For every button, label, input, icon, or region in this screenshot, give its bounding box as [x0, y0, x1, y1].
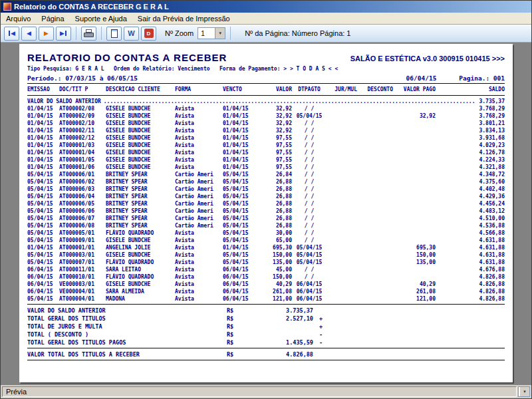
column-header: DESCONTO [357, 86, 393, 94]
pdf-export-icon: D [144, 29, 154, 38]
table-cell: 05/04/15 [27, 178, 59, 186]
column-header: VENCTO [223, 86, 257, 94]
table-cell: / / [292, 142, 327, 149]
table-cell [327, 273, 357, 281]
table-cell: Cartão Ameri [175, 193, 223, 200]
table-cell: 26,84 [257, 171, 292, 178]
table-cell: 695,30 [257, 244, 292, 251]
zoom-value: 1 [198, 30, 215, 37]
table-cell: FLÁVIO QUADRADO [106, 229, 175, 237]
table-cell: 4.510,00 [436, 215, 505, 222]
table-cell [327, 105, 357, 112]
table-cell: Avista [175, 149, 223, 156]
table-cell: 97,55 [257, 156, 292, 164]
table-cell: Cartão Ameri [175, 207, 223, 215]
table-cell: AT000006/01 [59, 171, 106, 178]
nav-last-button[interactable]: ▶ [56, 27, 71, 41]
table-cell: 05/04/15 [292, 259, 327, 266]
divider [27, 95, 505, 96]
total-cur: R$ [227, 323, 257, 331]
total-sign: - [313, 338, 323, 346]
page-preview-button[interactable] [106, 27, 122, 41]
menu-item-arquivo[interactable]: Arquivo [1, 14, 36, 23]
total-label: TOTAL GERAL DOS TITULOS [27, 315, 227, 323]
table-cell [393, 156, 436, 164]
table-cell: 135,00 [257, 259, 292, 266]
table-cell [327, 281, 357, 288]
table-cell: 01/04/15 [223, 156, 257, 164]
word-export-button[interactable]: W [124, 27, 139, 41]
table-cell: GISELE BUNDCHE [106, 237, 175, 244]
report-title: RELATORIO DO CONTAS A RECEBER [27, 52, 227, 63]
table-cell [393, 171, 436, 178]
table-cell: AT000007/01 [59, 259, 106, 266]
table-cell: BRITNEY SPEAR [106, 193, 175, 200]
table-cell: 01/04/15 [223, 142, 257, 149]
table-cell: 97,55 [257, 142, 292, 149]
menu-item-suporte[interactable]: Suporte e Ajuda [70, 14, 132, 23]
table-cell: GISELE BUNDCHE [106, 149, 175, 156]
table-cell: AT000006/04 [59, 193, 106, 200]
table-cell: 05/04/15 [292, 244, 327, 251]
column-header: DTPAGTO [292, 86, 327, 94]
table-cell: / / [292, 120, 327, 127]
zoom-select[interactable]: 1 ▼ [198, 27, 225, 39]
chevron-down-icon[interactable]: ▼ [520, 387, 529, 396]
table-cell: Avista [175, 229, 223, 237]
table-cell: AT000001/03 [59, 142, 106, 149]
table-cell: GISELE BUNDCHE [106, 251, 175, 259]
pdf-export-button[interactable]: D [141, 27, 156, 41]
table-cell [327, 171, 357, 178]
table-cell [357, 156, 393, 164]
total-sign: - [313, 331, 323, 338]
total-row: TOTAL GERAL DOS TITULOS PAGOSR$1.435,59- [27, 338, 505, 346]
report-preview-area[interactable]: RELATORIO DO CONTAS A RECEBER SALÃO E ES… [1, 43, 531, 385]
nav-prev-button[interactable]: ◀ [21, 27, 37, 41]
table-cell: 06/04/15 [223, 295, 257, 303]
table-cell: 4.429,36 [436, 193, 505, 200]
table-cell: 4.029,23 [436, 142, 505, 149]
table-cell: 01/04/15 [27, 156, 59, 164]
table-cell: / / [292, 171, 327, 178]
table-row: 05/04/15AT000005/01FLÁVIO QUADRADOAvista… [27, 229, 505, 237]
table-cell [327, 193, 357, 200]
table-cell: 261,08 [393, 288, 436, 295]
menu-item-pagina[interactable]: Página [36, 14, 69, 23]
column-header: DOC/TIT P [59, 86, 106, 94]
table-cell: 4.826,88 [436, 273, 505, 281]
table-cell: GISELE BUNDCHE [106, 112, 175, 120]
table-row: 01/04/15AT000002/11GISELE BUNDCHEAvista0… [27, 127, 505, 134]
word-export-icon: W [128, 29, 134, 37]
table-cell: 05/04/15 [223, 229, 257, 237]
table-cell [357, 127, 393, 134]
window-titlebar[interactable]: Relatorio do CONTAS A RECEBER G E R A L [1, 1, 531, 13]
table-cell: VE000003/01 [59, 281, 106, 288]
table-cell: 06/04/15 [27, 281, 59, 288]
print-button[interactable] [81, 27, 96, 41]
table-cell [357, 266, 393, 273]
status-dropdown[interactable]: ▼ [518, 386, 530, 397]
nav-first-button[interactable]: ◀ [4, 27, 19, 41]
table-cell: Cartão Ameri [175, 222, 223, 229]
table-cell: BRITNEY SPEAR [106, 222, 175, 229]
table-cell: 32,92 [257, 112, 292, 120]
table-cell: GISELE BUNDCHE [106, 142, 175, 149]
toolbar-separator [230, 27, 231, 40]
table-cell [357, 200, 393, 207]
table-cell [393, 193, 436, 200]
table-cell: 121,00 [393, 295, 436, 303]
nav-next-button[interactable]: ▶ [39, 27, 54, 41]
table-cell [357, 120, 393, 127]
chevron-down-icon[interactable]: ▼ [215, 28, 225, 39]
table-cell [327, 222, 357, 229]
status-label: Prévia [6, 388, 27, 396]
table-cell: 97,55 [257, 134, 292, 142]
table-cell: / / [292, 178, 327, 186]
total-row: TOTAL ( DESCONTO )R$- [27, 331, 505, 338]
menu-item-sair-previa[interactable]: Sair da Prévia de Impressão [132, 14, 235, 23]
total-label: VALOR TOTAL DOS TITULOS A RECEBER [27, 350, 227, 358]
table-cell: 01/04/15 [223, 244, 257, 251]
table-cell: 695,30 [393, 244, 436, 251]
table-cell: Cartão Ameri [175, 171, 223, 178]
table-cell: Avista [175, 164, 223, 171]
